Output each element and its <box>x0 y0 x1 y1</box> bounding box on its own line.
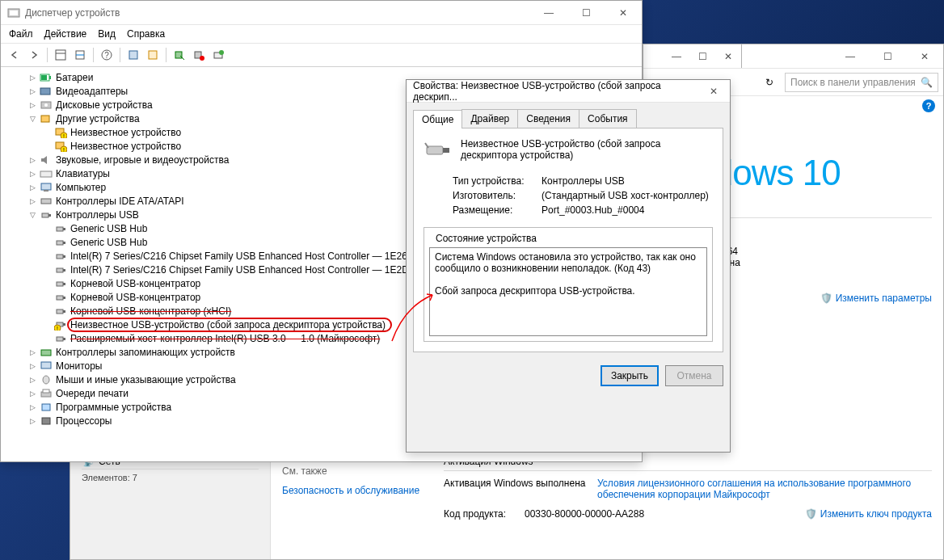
tool-btn-6[interactable] <box>124 46 142 64</box>
svg-rect-40 <box>57 268 63 272</box>
menu-action[interactable]: Действие <box>44 28 87 40</box>
expander-icon[interactable] <box>41 141 53 152</box>
control-panel-search[interactable]: Поиск в панели управления 🔍 <box>785 73 938 92</box>
close-dialog-button[interactable]: Закрыть <box>601 365 659 386</box>
expander-icon[interactable]: ▽ <box>27 113 38 124</box>
tab-driver[interactable]: Драйвер <box>461 109 518 128</box>
security-link[interactable]: Безопасность и обслуживание <box>282 485 421 496</box>
expander-icon[interactable]: ▽ <box>27 209 38 221</box>
device-status-box[interactable]: Система Windows остановила это устройств… <box>429 247 707 336</box>
change-params-link[interactable]: Изменить параметры <box>836 293 932 304</box>
expander-icon[interactable] <box>41 305 53 317</box>
expander-icon[interactable]: ▷ <box>27 374 38 385</box>
minimize-button[interactable]: — <box>530 1 567 25</box>
tree-node-label: Контроллеры USB <box>56 209 139 221</box>
product-key-label: Код продукта: <box>444 508 516 520</box>
expander-icon[interactable] <box>41 333 53 344</box>
expander-icon[interactable] <box>41 292 53 303</box>
close-button[interactable]: ✕ <box>605 1 642 25</box>
cancel-button[interactable]: Отмена <box>665 365 723 386</box>
expander-icon[interactable]: ▷ <box>27 360 38 372</box>
tree-node-label: Мыши и иные указывающие устройства <box>56 374 236 385</box>
print-icon <box>40 387 53 400</box>
maximize-button[interactable]: ☐ <box>567 1 605 25</box>
svg-rect-17 <box>41 75 47 80</box>
svg-rect-1 <box>10 11 18 15</box>
props-close-button[interactable]: ✕ <box>697 79 730 103</box>
tab-details[interactable]: Сведения <box>517 109 579 128</box>
tool-btn-9[interactable] <box>190 46 208 64</box>
tree-node-label: Программные устройства <box>56 402 171 413</box>
tree-node-label: Неизвестное устройство <box>70 141 181 152</box>
expander-icon[interactable] <box>41 251 53 262</box>
help-button[interactable]: ? <box>98 46 116 64</box>
hidden-min-button[interactable]: — <box>664 44 689 69</box>
computer-icon <box>40 181 53 194</box>
expander-icon[interactable]: ▷ <box>27 388 38 399</box>
usb-icon <box>54 291 67 304</box>
svg-rect-47 <box>63 310 65 313</box>
expander-icon[interactable]: ▷ <box>27 347 38 358</box>
bg-maximize-button[interactable]: ☐ <box>869 44 906 69</box>
activation-status: Активация Windows выполнена <box>444 478 589 500</box>
expander-icon[interactable]: ▷ <box>27 415 38 427</box>
tab-events[interactable]: События <box>579 109 637 128</box>
product-key-value: 00330-80000-00000-AA288 <box>525 508 644 520</box>
loc-value: Port_#0003.Hub_#0004 <box>542 204 644 216</box>
tree-node-label: Батареи <box>56 72 93 83</box>
menu-file[interactable]: Файл <box>9 28 33 40</box>
hidden-close-button[interactable]: ✕ <box>715 44 741 69</box>
expander-icon[interactable] <box>41 223 53 234</box>
tree-node-label: Видеоадаптеры <box>56 86 128 97</box>
svg-rect-33 <box>48 214 51 217</box>
expander-icon[interactable]: ▷ <box>27 154 38 166</box>
svg-rect-21 <box>41 116 49 122</box>
bg-minimize-button[interactable]: — <box>832 44 869 69</box>
keyboard-icon <box>40 167 53 180</box>
license-link[interactable]: Условия лицензионного соглашения на испо… <box>597 478 912 500</box>
expander-icon[interactable]: ▷ <box>27 86 38 97</box>
expander-icon[interactable] <box>41 278 53 289</box>
expander-icon[interactable]: ▷ <box>27 196 38 207</box>
expander-icon[interactable]: ▷ <box>27 182 38 193</box>
soft-icon <box>40 401 53 414</box>
expander-icon[interactable] <box>41 264 53 276</box>
type-label: Тип устройства: <box>453 175 542 187</box>
expander-icon[interactable] <box>41 319 53 331</box>
back-button[interactable] <box>6 46 23 64</box>
scan-hardware-button[interactable] <box>209 46 227 64</box>
svg-rect-34 <box>57 227 63 231</box>
menu-view[interactable]: Вид <box>98 28 116 40</box>
tree-node-label: Корневой USB-концентратор <box>70 292 200 303</box>
expander-icon[interactable]: ▷ <box>27 99 38 111</box>
tab-general[interactable]: Общие <box>413 110 462 128</box>
tab-panel-general: Неизвестное USB-устройство (сбой запроса… <box>413 128 723 352</box>
expander-icon[interactable] <box>41 237 53 248</box>
expander-icon[interactable]: ▷ <box>27 168 38 179</box>
usb-icon <box>54 236 67 249</box>
svg-rect-10 <box>175 52 182 58</box>
expander-icon[interactable]: ▷ <box>27 72 38 83</box>
tool-btn-8[interactable] <box>171 46 188 64</box>
tree-node-label: Клавиатуры <box>56 168 110 179</box>
tool-btn-7[interactable] <box>144 46 162 64</box>
other-icon <box>40 112 53 125</box>
forward-button[interactable] <box>25 46 43 64</box>
menu-help[interactable]: Справка <box>127 28 165 40</box>
help-icon[interactable]: ? <box>922 99 935 112</box>
svg-rect-16 <box>49 76 51 79</box>
expander-icon[interactable] <box>41 127 53 138</box>
devmgr-titlebar: Диспетчер устройств — ☐ ✕ <box>1 1 642 25</box>
hidden-max-button[interactable]: ☐ <box>689 44 715 69</box>
svg-rect-8 <box>129 51 137 59</box>
change-key-link[interactable]: Изменить ключ продукта <box>820 508 932 520</box>
tool-btn-3[interactable] <box>52 46 70 64</box>
svg-rect-52 <box>57 337 63 341</box>
expander-icon[interactable]: ▷ <box>27 402 38 413</box>
bg-close-button[interactable]: ✕ <box>906 44 943 69</box>
type-value: Контроллеры USB <box>542 175 625 187</box>
mfg-value: (Стандартный USB хост-контроллер) <box>542 190 709 201</box>
tool-btn-4[interactable] <box>71 46 89 64</box>
tree-node-label: Другие устройства <box>56 113 140 124</box>
props-titlebar: Свойства: Неизвестное USB-устройство (сб… <box>407 80 730 103</box>
